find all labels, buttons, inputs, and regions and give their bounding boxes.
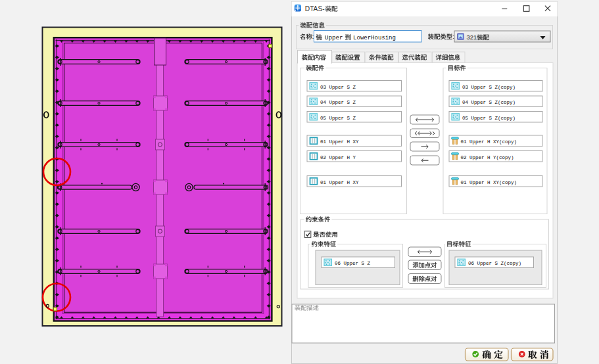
svg-text:01 Upper H XY: 01 Upper H XY [320, 139, 359, 145]
svg-text:04 Upper S Z(copy): 04 Upper S Z(copy) [462, 100, 515, 105]
svg-text:01 Upper H XY(copy): 01 Upper H XY(copy) [460, 180, 517, 185]
svg-text::: : [452, 33, 454, 40]
svg-text:01 Upper H XY: 01 Upper H XY [320, 180, 359, 185]
svg-text:04 Upper S Z: 04 Upper S Z [320, 100, 356, 105]
svg-text:02 Upper H Y: 02 Upper H Y [320, 155, 356, 160]
svg-text:03 Upper S Z(copy): 03 Upper S Z(copy) [462, 85, 515, 90]
svg-text:321: 321 [467, 34, 477, 41]
svg-text:05 Upper S Z(copy): 05 Upper S Z(copy) [462, 116, 515, 121]
svg-text:LowerHousing: LowerHousing [353, 35, 396, 41]
svg-text:Upper: Upper [325, 34, 343, 41]
svg-text:05 Upper S Z: 05 Upper S Z [320, 116, 356, 121]
svg-text:06 Upper S Z: 06 Upper S Z [335, 261, 371, 266]
svg-text:02 Upper H Y(copy): 02 Upper H Y(copy) [460, 155, 514, 160]
svg-text:01 Upper H XY(copy): 01 Upper H XY(copy) [460, 139, 517, 145]
svg-text:DTAS-: DTAS- [305, 5, 325, 12]
svg-text:03 Upper S Z: 03 Upper S Z [320, 85, 356, 90]
svg-text:06 Upper S Z(copy): 06 Upper S Z(copy) [468, 261, 521, 266]
